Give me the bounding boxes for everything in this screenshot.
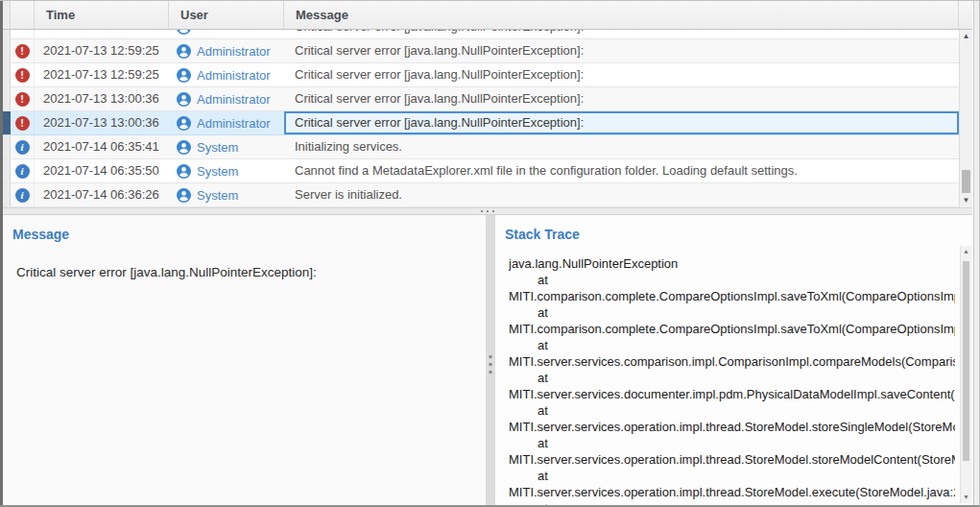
table-row[interactable]: Critical server error [java.lang.NullPoi… xyxy=(3,30,959,39)
time-cell: 2021-07-13 12:59:25 xyxy=(35,39,169,62)
table-scrollbar-thumb[interactable] xyxy=(962,170,970,193)
table-scrollbar[interactable]: ▲ ▼ xyxy=(959,30,972,207)
column-header-time[interactable]: Time xyxy=(35,1,169,29)
user-cell: System xyxy=(169,135,284,158)
window-right-border xyxy=(973,1,979,505)
scroll-up-arrow[interactable]: ▲ xyxy=(960,30,972,43)
stack-trace-scrollbar[interactable]: ▲ ▼ xyxy=(960,246,971,503)
table-row[interactable]: ! 2021-07-13 12:59:25 Administrator Crit… xyxy=(3,39,959,63)
info-icon: i xyxy=(15,140,30,155)
user-name: Administrator xyxy=(197,44,271,59)
message-cell: Cannot find a MetadataExplorer.xml file … xyxy=(284,159,959,182)
row-gutter xyxy=(3,63,11,86)
message-panel-title: Message xyxy=(12,227,486,242)
table-row[interactable]: i 2021-07-14 06:35:50 System Cannot find… xyxy=(3,159,959,183)
time-cell xyxy=(35,30,169,38)
scroll-up-arrow[interactable]: ▲ xyxy=(961,246,971,257)
error-icon: ! xyxy=(15,44,30,59)
info-icon: i xyxy=(15,188,30,203)
user-icon xyxy=(177,92,191,107)
stack-trace-line: at xyxy=(538,402,955,419)
level-column-header[interactable] xyxy=(11,1,35,29)
level-icon-cell: ! xyxy=(11,39,35,62)
message-cell: Initializing services. xyxy=(284,135,959,158)
time-cell: 2021-07-13 12:59:25 xyxy=(35,63,169,86)
message-panel: Message Critical server error [java.lang… xyxy=(3,215,486,505)
stack-trace-line: at xyxy=(538,435,955,451)
info-icon: i xyxy=(15,164,30,179)
level-icon-cell: ! xyxy=(11,63,35,86)
user-icon xyxy=(177,44,191,59)
row-gutter xyxy=(3,30,11,38)
stack-trace-line: at xyxy=(538,468,955,484)
table-header: Time User Message xyxy=(3,1,972,30)
user-icon xyxy=(177,116,191,131)
splitter-grip-icon xyxy=(481,210,494,212)
horizontal-splitter[interactable] xyxy=(3,207,972,215)
stack-trace-line: at xyxy=(538,304,955,321)
user-cell: Administrator xyxy=(169,87,284,110)
table-row[interactable]: i 2021-07-14 06:36:26 System Server is i… xyxy=(3,183,959,207)
user-icon xyxy=(177,140,191,155)
stack-trace-line: at xyxy=(538,272,955,288)
user-cell: Administrator xyxy=(169,111,284,134)
stack-trace-line: MITI.comparison.complete.CompareOptionsI… xyxy=(509,288,955,304)
user-name: Administrator xyxy=(197,92,271,107)
level-icon-cell: i xyxy=(11,159,35,182)
user-icon xyxy=(177,68,191,83)
user-name: System xyxy=(197,188,238,203)
user-name: Administrator xyxy=(197,68,271,83)
user-icon xyxy=(177,30,191,35)
table-row[interactable]: ! 2021-07-13 12:59:25 Administrator Crit… xyxy=(3,63,959,87)
user-cell: Administrator xyxy=(169,39,284,62)
table-row[interactable]: ! 2021-07-13 13:00:36 Administrator Crit… xyxy=(3,111,959,135)
level-icon-cell: i xyxy=(11,183,35,206)
row-gutter-header xyxy=(3,1,11,29)
stack-trace-content: java.lang.NullPointerExceptionatMITI.com… xyxy=(495,255,972,505)
user-name: Administrator xyxy=(197,116,271,131)
vertical-splitter[interactable] xyxy=(486,215,495,505)
stack-trace-line: MITI.server.services.documenter.impl.pdm… xyxy=(509,386,955,402)
user-cell xyxy=(169,30,284,38)
stack-trace-line: java.lang.NullPointerException xyxy=(509,255,955,272)
main-layout: Time User Message Critical serve xyxy=(3,1,972,505)
message-cell: Critical server error [java.lang.NullPoi… xyxy=(284,87,959,110)
row-gutter xyxy=(3,183,11,206)
row-gutter xyxy=(3,135,11,158)
table-rows: Critical server error [java.lang.NullPoi… xyxy=(3,30,959,207)
stack-trace-line: MITI.server.services.comparison.impl.Com… xyxy=(509,353,955,370)
column-header-user-label: User xyxy=(180,8,208,22)
user-cell: Administrator xyxy=(169,63,284,86)
message-panel-content: Critical server error [java.lang.NullPoi… xyxy=(16,265,486,279)
user-name: System xyxy=(197,164,238,179)
level-icon-cell xyxy=(11,30,35,38)
table-row[interactable]: ! 2021-07-13 13:00:36 Administrator Crit… xyxy=(3,87,959,111)
column-header-message-label: Message xyxy=(296,8,348,22)
stack-trace-line: at xyxy=(538,370,955,386)
column-header-message[interactable]: Message xyxy=(284,1,959,29)
table-body: Critical server error [java.lang.NullPoi… xyxy=(3,30,972,207)
error-icon: ! xyxy=(15,68,30,83)
message-cell: Critical server error [java.lang.NullPoi… xyxy=(284,30,959,38)
partial-row-clip: Critical server error [java.lang.NullPoi… xyxy=(3,30,959,39)
detail-area: Message Critical server error [java.lang… xyxy=(3,215,972,505)
level-icon-cell: ! xyxy=(11,87,35,110)
stack-trace-line: at xyxy=(538,337,955,353)
stack-trace-panel: Stack Trace java.lang.NullPointerExcepti… xyxy=(495,215,972,505)
row-gutter xyxy=(3,159,11,182)
stack-trace-panel-title: Stack Trace xyxy=(505,227,972,242)
error-icon: ! xyxy=(15,92,30,107)
stack-trace-line: MITI.server.services.operation.impl.thre… xyxy=(509,419,955,435)
scroll-down-arrow[interactable]: ▼ xyxy=(960,194,972,207)
time-cell: 2021-07-14 06:35:50 xyxy=(35,159,169,182)
table-row[interactable]: i 2021-07-14 06:35:41 System Initializin… xyxy=(3,135,959,159)
time-cell: 2021-07-14 06:35:41 xyxy=(35,135,169,158)
message-cell: Critical server error [java.lang.NullPoi… xyxy=(284,39,959,62)
column-header-user[interactable]: User xyxy=(169,1,284,29)
scroll-down-arrow[interactable]: ▼ xyxy=(961,492,971,503)
stack-trace-line: MITI.comparison.complete.CompareOptionsI… xyxy=(509,321,955,337)
stack-trace-scrollbar-thumb[interactable] xyxy=(963,261,969,461)
level-icon-cell: i xyxy=(11,135,35,158)
error-icon: ! xyxy=(15,116,30,131)
message-cell: Critical server error [java.lang.NullPoi… xyxy=(284,111,959,134)
